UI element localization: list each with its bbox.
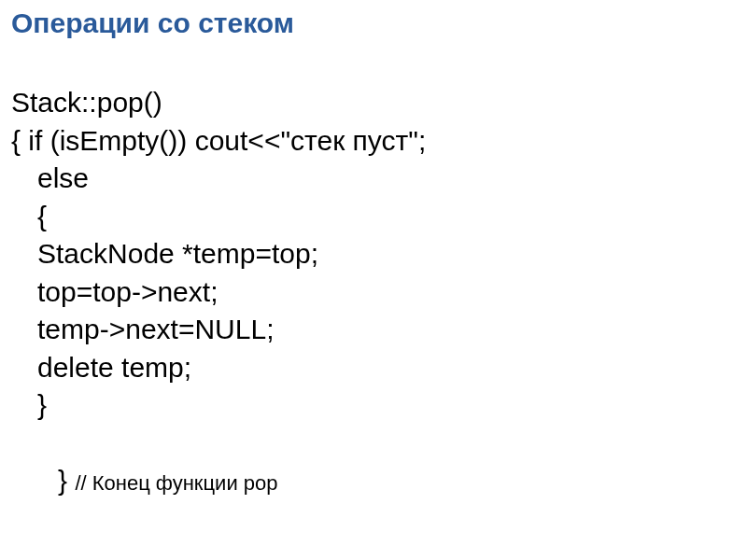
code-line-2: { if (isEmpty()) cout<<"стек пуст"; xyxy=(11,122,736,161)
code-line-4: { xyxy=(11,198,736,236)
slide-title: Операции со стеком xyxy=(11,7,736,39)
code-block: Stack::pop() { if (isEmpty()) cout<<"сте… xyxy=(11,84,736,538)
code-line-5: StackNode *temp=top; xyxy=(11,235,736,273)
code-line-9: } xyxy=(11,386,736,425)
code-line-1: Stack::pop() xyxy=(11,84,736,122)
code-brace: } xyxy=(58,465,75,496)
code-comment: // Конец функции pop xyxy=(75,471,277,495)
code-line-8: delete temp; xyxy=(11,349,736,387)
slide: Операции со стеком Stack::pop() { if (is… xyxy=(0,0,747,545)
code-line-6: top=top->next; xyxy=(11,273,736,312)
code-line-7: temp->next=NULL; xyxy=(11,311,736,349)
code-line-3: else xyxy=(11,160,736,198)
code-line-10: } // Конец функции pop xyxy=(11,425,736,539)
